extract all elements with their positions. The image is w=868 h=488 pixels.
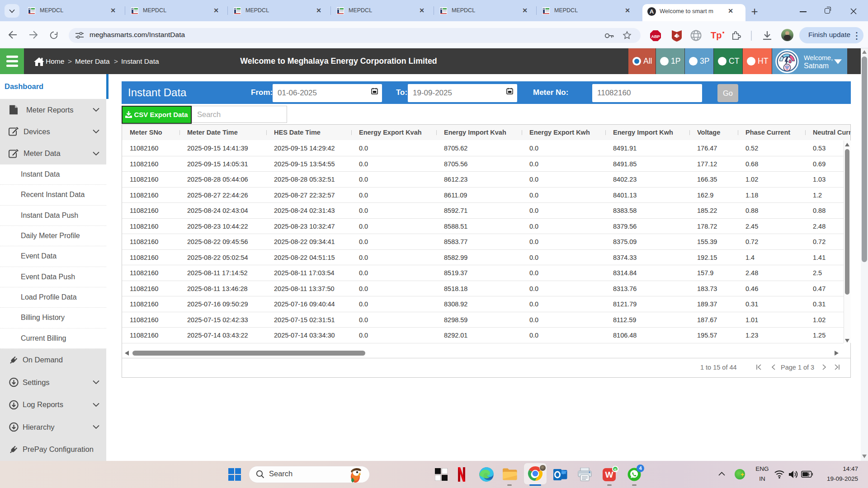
svg-text:ABP: ABP [651,34,660,39]
